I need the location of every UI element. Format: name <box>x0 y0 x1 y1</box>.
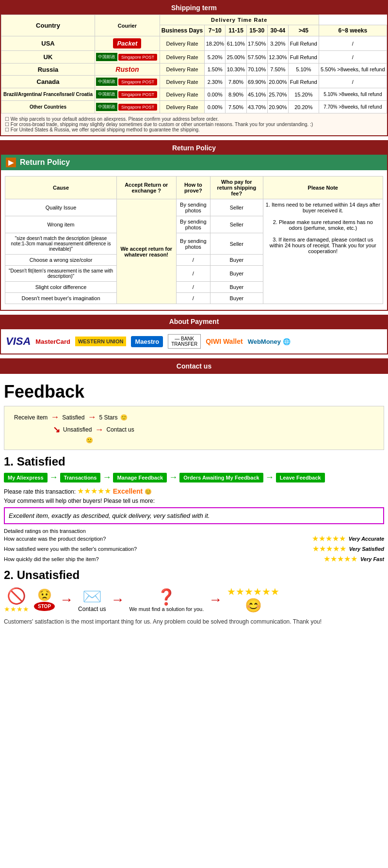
my-aliexpress-btn: My Aliexpress <box>4 473 48 482</box>
v15-30-canada: 69.90% <box>246 76 267 88</box>
v45-usa: Full Refund <box>289 36 319 51</box>
excellent-text: Excellent <box>113 487 143 495</box>
col6-8-header: 6~8 weeks <box>319 25 387 36</box>
sad-emoji-row: 🙁 <box>86 437 374 444</box>
v30-44-russia: 7.50% <box>267 64 288 76</box>
rating-stars-1: ★★★★★ <box>312 544 346 553</box>
please-note-header: Please Note <box>263 177 383 199</box>
unsatisfied-section: 2. Unsatisfied 🚫 ★★★★ 😟 STOP → ✉️ Contac… <box>4 568 384 625</box>
country-usa: USA <box>1 36 95 51</box>
col11-15-header: 11-15 <box>226 25 246 36</box>
arrow-1: → <box>50 412 59 422</box>
courier-other: 中国邮政 Singapore POST <box>95 101 160 113</box>
flow-arrow-2: → <box>102 472 111 482</box>
detailed-ratings-section: Detailed ratings on this transaction How… <box>4 528 384 563</box>
v45-other: 20.20% <box>289 101 319 113</box>
bottom-note: Customers' satisfaction is the most impo… <box>4 618 384 625</box>
must-find-text: We must find a solution for you. <box>129 606 204 612</box>
email-icon: ✉️ <box>82 587 102 606</box>
comments-text: Your comments will help other buyers! Pl… <box>4 498 155 504</box>
arrow-3: → <box>95 425 103 435</box>
v45-canada: Full Refund <box>289 76 319 88</box>
return-policy-icon: ▶ <box>6 158 16 167</box>
unsatisfied-arrow-1: → <box>60 592 73 608</box>
rating-value-2: Very Fast <box>360 556 384 562</box>
rating-value-0: Very Accurate <box>349 536 384 542</box>
bank-transfer-logo: — BANKTRANSFER <box>168 334 201 349</box>
v30-44-uk: 12.30% <box>267 51 288 64</box>
stop-group: 😟 STOP <box>34 588 55 611</box>
happy-emoji: 🙂 <box>120 414 128 421</box>
country-brazil: Brazil/Argentina/ France/Israel/ Croatia <box>1 88 95 101</box>
prove-fit: / <box>176 266 210 282</box>
satisfied-label: Satisfied <box>62 414 84 421</box>
chinapost-icon: 中国邮政 <box>96 78 117 86</box>
v7-10-brazil: 0.00% <box>205 88 226 101</box>
cause-quality: Quality Issue <box>5 199 117 216</box>
delivery-rate-uk: Delivery Rate <box>160 51 204 64</box>
maestro-logo: Maestro <box>131 336 163 347</box>
v30-44-usa: 3.20% <box>267 36 288 51</box>
payment-logos: VISA MasterCard WESTERN UNION Maestro — … <box>0 328 388 354</box>
satisfied-flow-row: Receive item → Satisfied → 5 Stars 🙂 <box>14 412 374 422</box>
rate-text: Please rate this transaction: <box>4 488 76 495</box>
no-circle-icon: 🚫 <box>7 587 26 605</box>
shipping-notes: ☐ We ship parcels to your default addres… <box>1 113 387 135</box>
rating-label-2: How quickly did the seller ship the item… <box>4 556 321 562</box>
v11-15-uk: 25.00% <box>226 51 246 64</box>
courier-russia: Ruston <box>95 64 160 76</box>
v6-8-brazil: 5.10% >8weeks, full refund <box>319 88 387 101</box>
contact-us-label: Contact us <box>106 426 134 433</box>
v7-10-other: 0.00% <box>205 101 226 113</box>
pays-color: Buyer <box>210 282 263 293</box>
v6-8-usa: / <box>319 36 387 51</box>
rating-value-1: Very Satisfied <box>349 546 384 552</box>
packet-logo: Packet <box>113 38 141 48</box>
receive-item-label: Receive item <box>14 414 48 421</box>
unsatisfied-face: 😟 <box>37 588 52 602</box>
return-policy-section: Return Policy ▶ Return Policy Cause Acce… <box>0 140 388 311</box>
comments-text-row: Your comments will help other buyers! Pl… <box>4 498 384 504</box>
detailed-ratings-title: Detailed ratings on this transaction <box>4 528 384 534</box>
prove-wrong-item: By sending photos <box>176 216 210 233</box>
country-russia: Russia <box>1 64 95 76</box>
shipping-note-1: ☐ We ship parcels to your default addres… <box>5 116 383 122</box>
v11-15-canada: 7.80% <box>226 76 246 88</box>
v45-uk: Full Refund <box>289 51 319 64</box>
pays-imagination: Buyer <box>210 293 263 304</box>
v11-15-other: 7.50% <box>226 101 246 113</box>
cause-imagination: Doesn't meet buyer's imagination <box>5 293 117 304</box>
accept-header: Accept Return or exchange ? <box>117 177 176 199</box>
rating-row-2: How quickly did the seller ship the item… <box>4 554 384 563</box>
delivery-rate-brazil: Delivery Rate <box>160 88 204 101</box>
v7-10-russia: 1.50% <box>205 64 226 76</box>
rating-stars: ★★★★★ <box>77 487 111 495</box>
how-to-prove-header: How to prove? <box>176 177 210 199</box>
table-row: Canada 中国邮政 Singapore POST Delivery Rate… <box>1 76 387 88</box>
rating-stars-2: ★★★★★ <box>323 554 357 563</box>
satisfied-section: 1. Satisfied My Aliexpress → Transaction… <box>4 455 384 563</box>
cause-color: Slight color difference <box>5 282 117 293</box>
mastercard-logo: MasterCard <box>35 338 70 345</box>
sgpost-icon: Singapore POST <box>118 91 157 98</box>
five-stars-label: 5 Stars <box>99 414 117 421</box>
contact-us-email-label: Contact us <box>78 606 106 612</box>
rating-row-0: How accurate was the product description… <box>4 534 384 543</box>
sgpost-icon: Singapore POST <box>118 79 157 85</box>
table-row: Brazil/Argentina/ France/Israel/ Croatia… <box>1 88 387 101</box>
v6-8-other: 7.70% >8weeks, full refund <box>319 101 387 113</box>
v11-15-usa: 61.10% <box>226 36 246 51</box>
contact-header: Contact us <box>1 359 387 373</box>
courier-uk: 中国邮政 Singapore POST <box>95 51 160 64</box>
resolution-group: ★★★★★★ 😊 <box>227 586 279 613</box>
feedback-comment-box: Excellent item, exactly as described, qu… <box>4 507 384 524</box>
v45-russia: 5.10% <box>289 64 319 76</box>
v7-10-usa: 18.20% <box>205 36 226 51</box>
resolution-smiley: 😊 <box>245 597 262 613</box>
pays-wrong-item: Seller <box>210 216 263 233</box>
resolution-stars: ★★★★★★ <box>227 586 279 597</box>
satisfied-title: 1. Satisfied <box>4 455 384 468</box>
v30-44-canada: 20.00% <box>267 76 288 88</box>
flow-arrow-3: → <box>169 472 178 482</box>
v15-30-uk: 57.50% <box>246 51 267 64</box>
